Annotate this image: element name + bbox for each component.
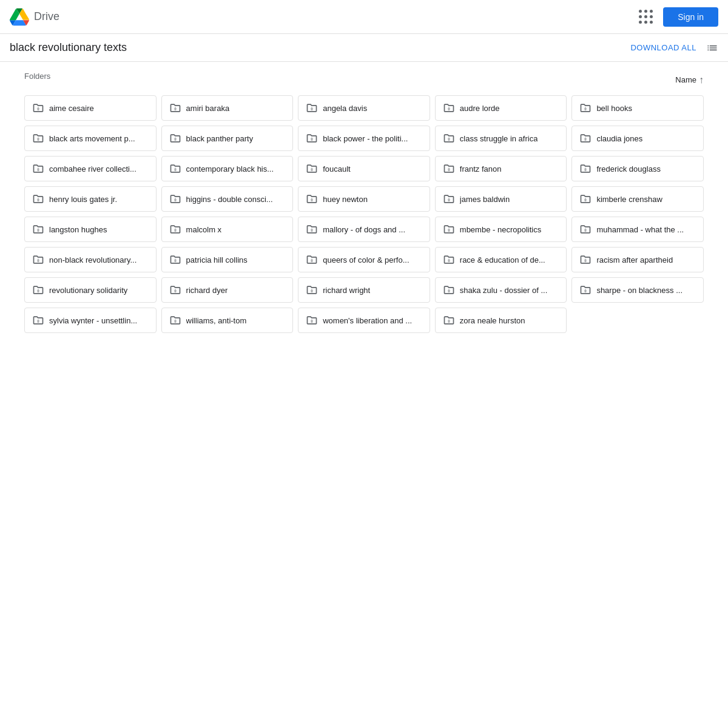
- folder-item[interactable]: mbembe - necropolitics: [435, 217, 567, 242]
- folder-name: black power - the politi...: [323, 134, 408, 143]
- folder-item[interactable]: sharpe - on blackness ...: [571, 277, 704, 303]
- folder-shared-icon: [169, 102, 181, 114]
- folder-shared-icon: [32, 163, 44, 175]
- page-title: black revolutionary texts: [10, 41, 630, 54]
- folder-item[interactable]: contemporary black his...: [161, 156, 294, 181]
- folder-name: combahee river collecti...: [49, 164, 136, 174]
- folder-name: higgins - double consci...: [186, 195, 273, 204]
- folder-item[interactable]: non-black revolutionary...: [24, 247, 157, 272]
- folder-item[interactable]: class struggle in africa: [435, 126, 567, 151]
- folder-name: james baldwin: [460, 195, 510, 204]
- folder-shared-icon: [443, 132, 455, 144]
- download-all-button[interactable]: DOWNLOAD ALL: [630, 43, 696, 52]
- folder-shared-icon: [32, 254, 44, 266]
- folder-shared-icon: [32, 314, 44, 326]
- folder-shared-icon: [169, 314, 181, 326]
- folders-grid: aime cesaire amiri baraka angela davis a…: [24, 95, 704, 333]
- logo-text: Drive: [34, 10, 59, 23]
- folder-name: sylvia wynter - unsettlin...: [49, 316, 137, 325]
- folder-name: huey newton: [323, 195, 368, 204]
- folder-item[interactable]: queers of color & perfo...: [298, 247, 430, 272]
- folder-name: shaka zulu - dossier of ...: [460, 286, 548, 295]
- folder-shared-icon: [579, 223, 592, 235]
- sort-by-name-button[interactable]: Name ↑: [675, 75, 704, 86]
- folder-item[interactable]: williams, anti-tom: [161, 308, 294, 333]
- folders-section-label: Folders: [24, 72, 50, 81]
- folder-item[interactable]: langston hughes: [24, 217, 157, 242]
- folder-name: class struggle in africa: [460, 134, 538, 143]
- folder-item[interactable]: muhammad - what the ...: [571, 217, 704, 242]
- folder-item[interactable]: amiri baraka: [161, 95, 294, 121]
- folder-name: revolutionary solidarity: [49, 286, 127, 295]
- content-area: Folders Name ↑ aime cesaire amiri baraka: [0, 62, 728, 343]
- folder-item[interactable]: claudia jones: [571, 126, 704, 151]
- folder-name: mallory - of dogs and ...: [323, 225, 405, 234]
- folder-shared-icon: [443, 254, 455, 266]
- folder-shared-icon: [169, 254, 181, 266]
- folder-item[interactable]: bell hooks: [571, 95, 704, 121]
- folder-item[interactable]: aime cesaire: [24, 95, 157, 121]
- folder-item[interactable]: foucault: [298, 156, 430, 181]
- folder-name: langston hughes: [49, 225, 107, 234]
- folder-item[interactable]: richard dyer: [161, 277, 294, 303]
- folder-item[interactable]: frantz fanon: [435, 156, 567, 181]
- folder-shared-icon: [579, 132, 592, 144]
- header: Drive Sign in: [0, 0, 728, 34]
- folder-item[interactable]: higgins - double consci...: [161, 186, 294, 212]
- folder-shared-icon: [306, 102, 318, 114]
- folder-shared-icon: [32, 193, 44, 205]
- folder-item[interactable]: sylvia wynter - unsettlin...: [24, 308, 157, 333]
- folder-item[interactable]: malcolm x: [161, 217, 294, 242]
- folder-item[interactable]: black panther party: [161, 126, 294, 151]
- folder-name: black arts movement p...: [49, 134, 135, 143]
- folder-shared-icon: [579, 163, 592, 175]
- folder-item[interactable]: revolutionary solidarity: [24, 277, 157, 303]
- folder-item[interactable]: racism after apartheid: [571, 247, 704, 272]
- folder-shared-icon: [443, 193, 455, 205]
- folder-name: mbembe - necropolitics: [460, 225, 541, 234]
- folder-item[interactable]: race & education of de...: [435, 247, 567, 272]
- folder-name: claudia jones: [596, 134, 642, 143]
- apps-grid-icon: [639, 10, 653, 24]
- folder-item[interactable]: shaka zulu - dossier of ...: [435, 277, 567, 303]
- folder-shared-icon: [169, 163, 181, 175]
- folder-name: williams, anti-tom: [186, 316, 247, 325]
- folder-item[interactable]: richard wright: [298, 277, 430, 303]
- folder-name: frantz fanon: [460, 164, 502, 174]
- folder-name: racism after apartheid: [596, 255, 673, 265]
- folder-shared-icon: [32, 223, 44, 235]
- folder-shared-icon: [169, 132, 181, 144]
- folder-name: non-black revolutionary...: [49, 255, 136, 265]
- folder-item[interactable]: frederick douglass: [571, 156, 704, 181]
- folder-shared-icon: [306, 132, 318, 144]
- folder-item[interactable]: zora neale hurston: [435, 308, 567, 333]
- folder-item[interactable]: henry louis gates jr.: [24, 186, 157, 212]
- drive-logo-icon: [10, 7, 29, 27]
- list-view-button[interactable]: [706, 42, 718, 54]
- folder-item[interactable]: kimberle crenshaw: [571, 186, 704, 212]
- title-bar: black revolutionary texts DOWNLOAD ALL: [0, 34, 728, 62]
- folder-shared-icon: [579, 102, 592, 114]
- folder-item[interactable]: james baldwin: [435, 186, 567, 212]
- folder-name: frederick douglass: [596, 164, 661, 174]
- folder-name: aime cesaire: [49, 104, 94, 113]
- folder-item[interactable]: patricia hill collins: [161, 247, 294, 272]
- folder-item[interactable]: huey newton: [298, 186, 430, 212]
- apps-button[interactable]: [634, 5, 658, 29]
- folder-shared-icon: [306, 193, 318, 205]
- folder-item[interactable]: black arts movement p...: [24, 126, 157, 151]
- folder-shared-icon: [169, 223, 181, 235]
- folder-item[interactable]: black power - the politi...: [298, 126, 430, 151]
- folder-shared-icon: [443, 163, 455, 175]
- sign-in-button[interactable]: Sign in: [663, 7, 718, 27]
- folder-shared-icon: [32, 102, 44, 114]
- folder-item[interactable]: angela davis: [298, 95, 430, 121]
- folder-shared-icon: [169, 284, 181, 296]
- folder-item[interactable]: combahee river collecti...: [24, 156, 157, 181]
- folder-item[interactable]: audre lorde: [435, 95, 567, 121]
- folder-name: audre lorde: [460, 104, 500, 113]
- folder-item[interactable]: women's liberation and ...: [298, 308, 430, 333]
- folder-shared-icon: [306, 314, 318, 326]
- folder-name: henry louis gates jr.: [49, 195, 117, 204]
- folder-item[interactable]: mallory - of dogs and ...: [298, 217, 430, 242]
